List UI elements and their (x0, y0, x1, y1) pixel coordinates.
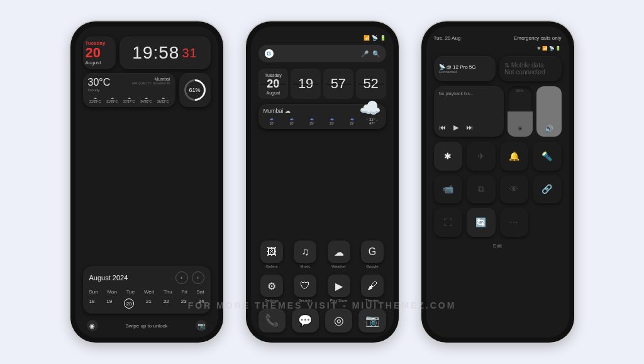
battery-percent: 61% (189, 87, 200, 93)
weather-temp: 30°C (88, 77, 111, 88)
search-bar[interactable]: G 🎤 🔍 (258, 45, 386, 62)
app-label: Settings (265, 299, 279, 302)
tile-sync[interactable]: 🔄 (467, 208, 496, 237)
app-label: Security (299, 299, 313, 302)
flip-hour: 19 (291, 69, 321, 99)
app-weather[interactable]: ☁Weather (325, 241, 352, 268)
battery-card: 61% (179, 73, 211, 107)
brightness-slider[interactable]: 50% ☀ (508, 86, 533, 137)
flip-clock-widget: Tuesday 20 August 19 57 52 (258, 69, 386, 99)
tile-expand[interactable]: ⛶ (434, 208, 463, 237)
weather-city: Mumbai (132, 77, 170, 81)
flip-date: Tuesday 20 August (258, 69, 289, 99)
battery-icon: 🔋 (380, 35, 386, 41)
cc-emergency: Emergency calls only (514, 35, 562, 41)
google-logo-icon: G (265, 49, 274, 58)
home-weather-city: Mumbai (264, 108, 284, 114)
phone-lockscreen: Tuesday 20 August 19:58 31 30°C Cloudy M… (70, 21, 223, 343)
lens-icon[interactable]: 🔍 (372, 50, 380, 57)
now-playing-text: No playback his... (439, 91, 499, 96)
play-icon[interactable]: ▶ (453, 123, 458, 132)
cc-date: Tue, 20 Aug (434, 35, 461, 41)
app-label: Gallery (266, 264, 278, 268)
month-name: August (86, 60, 113, 65)
app-label: Music (301, 264, 311, 268)
app-security[interactable]: 🛡Security (292, 275, 319, 302)
cloud-icon: ☁️ (359, 98, 381, 118)
volume-slider[interactable]: 100% 🔊 (536, 86, 562, 137)
phone-homescreen: 📶 📡 🔋 G 🎤 🔍 Tuesday 20 August 19 57 52 M… (246, 21, 399, 343)
app-themes[interactable]: 🖌Themes (358, 275, 386, 302)
status-bar: 📶 📡 🔋 (258, 35, 386, 41)
calendar-today: 20 (124, 299, 134, 309)
app-grid: 🖼Gallery♫Music☁WeatherGGoogle ⚙Settings🛡… (258, 241, 386, 333)
weather-cond: Cloudy (88, 88, 111, 92)
home-weather-card[interactable]: Mumbai ☁ ☁️ ☔30° ☔30° ☔29° ☔29° ☔29° ↑ 3… (258, 104, 386, 129)
phone-control-center: Tue, 20 Aug Emergency calls only ✱ 📶 📡 🔋… (421, 21, 574, 343)
dock-chrome[interactable]: ◎ (325, 309, 352, 333)
tile-airplane[interactable]: ✈ (467, 142, 496, 171)
app-label: Weather (331, 264, 346, 268)
brightness-icon: ☀ (508, 125, 533, 133)
mobile-data-tile[interactable]: ⇅ Mobile data Not connected (499, 56, 562, 81)
app-settings[interactable]: ⚙Settings (258, 275, 286, 302)
tile-link[interactable]: 🔗 (533, 175, 562, 204)
app-label: Themes (365, 299, 379, 302)
clock-card: 19:58 31 (119, 37, 211, 69)
playstore-icon: ▶ (328, 275, 350, 297)
app-label: Google (366, 264, 378, 268)
calendar-title: August 2024 (89, 274, 128, 282)
time-seconds: 31 (182, 46, 197, 60)
volume-icon: 🔊 (536, 125, 562, 133)
wifi-tile[interactable]: 📡 @ 12 Pro 5G Connected (434, 56, 496, 81)
app-google[interactable]: GGoogle (358, 241, 386, 268)
edit-button[interactable]: Edit (434, 243, 562, 249)
weather-quality: AIR QUALITY: Excellent 40 (132, 81, 170, 85)
music-icon: ♫ (294, 241, 316, 263)
mic-icon[interactable]: 🎤 (361, 50, 369, 57)
tile-more[interactable]: ⋯ (500, 208, 529, 237)
app-label: Play Store (330, 299, 348, 302)
cc-status-icons: ✱ 📶 📡 🔋 (434, 46, 562, 51)
next-icon[interactable]: ⏭ (466, 123, 473, 132)
flip-second: 52 (356, 69, 386, 99)
tile-flashlight[interactable]: 🔦 (533, 142, 562, 171)
control-center: Tue, 20 Aug Emergency calls only ✱ 📶 📡 🔋… (426, 26, 569, 338)
dock-messages[interactable]: 💬 (292, 309, 319, 333)
home-weather-hilo: ↑ 32° ↓ 47° (364, 118, 381, 125)
themes-icon: 🖌 (361, 275, 384, 297)
dock-phone[interactable]: 📞 (258, 309, 286, 333)
calendar-weekdays: Sun Mon Tue Wed Thu Fri Sat (89, 289, 204, 295)
security-icon: 🛡 (294, 275, 316, 297)
calendar-card[interactable]: August 2024 ‹ › Sun Mon Tue Wed Thu Fri … (83, 266, 211, 314)
home-forecast-row: ☔30° ☔30° ☔29° ☔29° ☔29° ↑ 32° ↓ 47° (264, 118, 381, 125)
date-card: Tuesday 20 August (83, 37, 116, 69)
media-tile[interactable]: No playback his... ⏮ ▶ ⏭ (434, 86, 504, 137)
google-icon: G (361, 241, 384, 263)
prev-icon[interactable]: ⏮ (439, 123, 446, 132)
tile-bluetooth[interactable]: ✱ (434, 142, 463, 171)
weather-icon: ☁ (328, 241, 350, 263)
dock: 📞💬◎📷 (258, 309, 386, 333)
tile-eye[interactable]: 👁 (500, 175, 529, 204)
weather-forecast-row: ☁31/29°C ☁31/29°C ☁27/17°C ☁34/20°C ☁26/… (88, 96, 170, 103)
lockscreen-left-icon[interactable]: ◉ (87, 320, 98, 331)
dock-camera[interactable]: 📷 (358, 309, 386, 333)
camera-shortcut-icon[interactable]: 📷 (196, 320, 207, 331)
signal-icon: 📶 (364, 35, 370, 41)
quick-tiles-grid: ✱✈🔔🔦📹⧉👁🔗⛶🔄⋯ (434, 142, 562, 237)
calendar-next-button[interactable]: › (192, 271, 204, 284)
tile-camera[interactable]: 📹 (434, 175, 463, 204)
day-number: 20 (86, 46, 113, 60)
flip-minute: 57 (323, 69, 353, 99)
tile-screenshot[interactable]: ⧉ (467, 175, 496, 204)
app-music[interactable]: ♫Music (292, 241, 319, 268)
app-playstore[interactable]: ▶Play Store (325, 275, 352, 302)
calendar-prev-button[interactable]: ‹ (175, 271, 188, 284)
tile-bell[interactable]: 🔔 (500, 142, 529, 171)
wifi-icon: 📡 (372, 35, 378, 41)
settings-icon: ⚙ (260, 275, 283, 297)
weather-card[interactable]: 30°C Cloudy Mumbai AIR QUALITY: Excellen… (83, 73, 175, 107)
gallery-icon: 🖼 (260, 241, 283, 263)
app-gallery[interactable]: 🖼Gallery (258, 241, 286, 268)
